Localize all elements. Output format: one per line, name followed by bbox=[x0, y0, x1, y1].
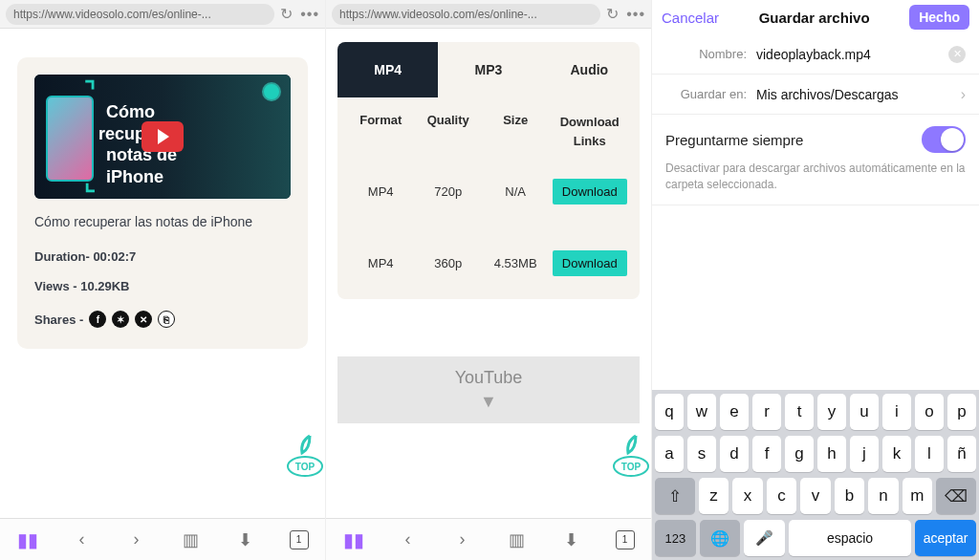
clear-icon[interactable]: ✕ bbox=[948, 46, 966, 63]
key-h[interactable]: h bbox=[817, 436, 846, 472]
cancel-button[interactable]: Cancelar bbox=[662, 10, 719, 26]
back-icon[interactable]: ‹ bbox=[398, 529, 419, 550]
ask-always-toggle[interactable] bbox=[922, 126, 966, 153]
key-c[interactable]: c bbox=[767, 478, 796, 514]
filename-label: Nombre: bbox=[665, 47, 747, 61]
key-k[interactable]: k bbox=[882, 436, 911, 472]
download-icon[interactable]: ⬇︎ bbox=[561, 529, 582, 550]
video-title: Cómo recuperar las notas de iPhone bbox=[34, 212, 291, 232]
address-bar: https://www.videosolo.com/es/online-... … bbox=[326, 0, 651, 29]
bottom-toolbar: ▮▮ ‹ › ▥ ⬇︎ 1 bbox=[326, 518, 651, 560]
ask-always-row: Preguntarme siempre bbox=[652, 115, 979, 161]
back-icon[interactable]: ‹ bbox=[72, 529, 93, 550]
url-field[interactable]: https://www.videosolo.com/es/online-... bbox=[6, 4, 274, 25]
filename-input[interactable]: videoplayback.mp4 bbox=[756, 47, 948, 62]
hint-text: Desactivar para descargar archivos autom… bbox=[652, 161, 979, 205]
location-value: Mis archivos/Descargas bbox=[756, 87, 955, 102]
url-field[interactable]: https://www.videosolo.com/es/online-... bbox=[332, 4, 600, 25]
refresh-icon[interactable]: ↻ bbox=[606, 5, 619, 23]
key-q[interactable]: q bbox=[655, 394, 684, 430]
sheet-title: Guardar archivo bbox=[759, 10, 870, 26]
tabs-button[interactable]: 1 bbox=[616, 530, 635, 549]
video-views: Views - 10.29KB bbox=[34, 279, 291, 293]
shift-key[interactable]: ⇧ bbox=[655, 478, 695, 514]
key-x[interactable]: x bbox=[732, 478, 762, 514]
key-j[interactable]: j bbox=[850, 436, 879, 472]
key-v[interactable]: v bbox=[800, 478, 830, 514]
filename-row: Nombre: videoplayback.mp4 ✕ bbox=[652, 34, 979, 75]
chevron-right-icon: › bbox=[961, 86, 966, 103]
svg-text:TOP: TOP bbox=[621, 462, 642, 472]
keyboard: qwertyuiop asdfghjklñ ⇧ zxcvbnm ⌫ 123 🌐 … bbox=[652, 390, 979, 560]
scroll-top-icon[interactable]: TOP bbox=[281, 432, 325, 480]
key-u[interactable]: u bbox=[850, 394, 879, 430]
numbers-key[interactable]: 123 bbox=[655, 520, 696, 556]
tab-audio[interactable]: Audio bbox=[539, 42, 640, 97]
download-card: MP4 MP3 Audio Format Quality Size Downlo… bbox=[337, 42, 640, 299]
link-icon[interactable]: ⎘ bbox=[158, 311, 175, 328]
chevron-down-icon: ▼ bbox=[480, 392, 497, 412]
key-d[interactable]: d bbox=[720, 436, 749, 472]
table-header: Format Quality Size DownloadLinks bbox=[337, 97, 640, 156]
key-z[interactable]: z bbox=[699, 478, 729, 514]
share-row: Shares - f ✶ ✕ ⎘ bbox=[34, 311, 291, 328]
forward-icon[interactable]: › bbox=[126, 529, 147, 550]
key-a[interactable]: a bbox=[655, 436, 684, 472]
facebook-icon[interactable]: f bbox=[89, 311, 106, 328]
address-bar: https://www.videosolo.com/es/online-... … bbox=[0, 0, 325, 29]
reddit-icon[interactable]: ✶ bbox=[112, 311, 129, 328]
more-icon[interactable]: ••• bbox=[626, 6, 645, 23]
tab-mp4[interactable]: MP4 bbox=[337, 42, 438, 97]
play-icon[interactable] bbox=[141, 121, 184, 152]
key-p[interactable]: p bbox=[947, 394, 976, 430]
key-f[interactable]: f bbox=[752, 436, 781, 472]
brand-badge-icon bbox=[262, 82, 281, 101]
download-icon[interactable]: ⬇︎ bbox=[235, 529, 256, 550]
key-i[interactable]: i bbox=[882, 394, 911, 430]
done-button[interactable]: Hecho bbox=[909, 5, 969, 30]
key-b[interactable]: b bbox=[835, 478, 864, 514]
key-l[interactable]: l bbox=[915, 436, 944, 472]
reader-icon[interactable]: ▥ bbox=[507, 529, 528, 550]
tab-mp3[interactable]: MP3 bbox=[438, 42, 538, 97]
location-row[interactable]: Guardar en: Mis archivos/Descargas › bbox=[652, 75, 979, 115]
tabs-button[interactable]: 1 bbox=[290, 530, 309, 549]
table-row: MP4 360p 4.53MB Download bbox=[337, 227, 640, 299]
bottom-toolbar: ▮▮ ‹ › ▥ ⬇︎ 1 bbox=[0, 518, 325, 560]
key-m[interactable]: m bbox=[903, 478, 932, 514]
accept-key[interactable]: aceptar bbox=[915, 520, 976, 556]
key-n[interactable]: n bbox=[868, 478, 898, 514]
key-y[interactable]: y bbox=[817, 394, 846, 430]
more-icon[interactable]: ••• bbox=[300, 6, 319, 23]
toggle-label: Preguntarme siempre bbox=[665, 132, 803, 148]
key-r[interactable]: r bbox=[752, 394, 781, 430]
download-button[interactable]: Download bbox=[553, 179, 627, 205]
key-w[interactable]: w bbox=[687, 394, 716, 430]
globe-key[interactable]: 🌐 bbox=[700, 520, 741, 556]
video-thumbnail[interactable]: ⌝ ⌞ Cómo recuperar notas de iPhone bbox=[34, 75, 291, 199]
key-g[interactable]: g bbox=[785, 436, 814, 472]
key-o[interactable]: o bbox=[915, 394, 944, 430]
sheet-header: Cancelar Guardar archivo Hecho bbox=[652, 0, 979, 34]
key-e[interactable]: e bbox=[720, 394, 749, 430]
space-key[interactable]: espacio bbox=[789, 520, 911, 556]
key-ñ[interactable]: ñ bbox=[947, 436, 976, 472]
forward-icon[interactable]: › bbox=[452, 529, 473, 550]
scroll-top-icon[interactable]: TOP bbox=[607, 432, 651, 480]
download-button[interactable]: Download bbox=[553, 250, 627, 276]
refresh-icon[interactable]: ↻ bbox=[280, 5, 293, 23]
twitter-icon[interactable]: ✕ bbox=[135, 311, 152, 328]
location-label: Guardar en: bbox=[665, 87, 747, 101]
svg-text:TOP: TOP bbox=[295, 462, 315, 472]
youtube-selector[interactable]: YouTube ▼ bbox=[337, 356, 640, 423]
format-tabs: MP4 MP3 Audio bbox=[337, 42, 640, 97]
folder-icon[interactable]: ▮▮ bbox=[17, 529, 38, 550]
mic-key[interactable]: 🎤 bbox=[744, 520, 785, 556]
key-s[interactable]: s bbox=[687, 436, 716, 472]
folder-icon[interactable]: ▮▮ bbox=[343, 529, 364, 550]
reader-icon[interactable]: ▥ bbox=[181, 529, 202, 550]
video-card: ⌝ ⌞ Cómo recuperar notas de iPhone Cómo … bbox=[17, 57, 308, 349]
table-row: MP4 720p N/A Download bbox=[337, 156, 640, 227]
backspace-key[interactable]: ⌫ bbox=[936, 478, 976, 514]
key-t[interactable]: t bbox=[785, 394, 814, 430]
